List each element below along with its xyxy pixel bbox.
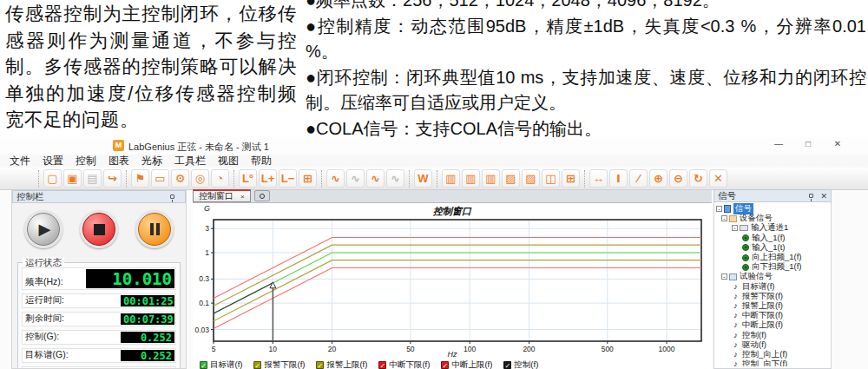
stop-button[interactable] xyxy=(82,213,115,246)
field-label: 频率(Hz): xyxy=(25,276,63,288)
new-file-icon[interactable]: ▢ xyxy=(43,169,62,188)
level-start-icon[interactable]: L° xyxy=(239,169,257,188)
tree-expander-icon[interactable]: - xyxy=(732,225,738,231)
pin-icon[interactable] xyxy=(809,194,813,198)
legend-item[interactable]: ✓报警下限(f) xyxy=(253,359,305,369)
lcd-value: 00:01:25 xyxy=(121,295,174,306)
legend-item[interactable]: ✓控制(f) xyxy=(503,359,538,369)
note-icon: ♪ xyxy=(732,341,740,349)
menu-item-文件[interactable]: 文件 xyxy=(3,154,36,168)
close-button[interactable]: ✕ xyxy=(832,139,844,148)
toolbar: ▢▣▤↪⚑▭⚙◎◔L°L+L−⊞∿∿∿∿W▥▥▥▨▨◫⊞↔Ⅰ∕⊕⊖↻✕ xyxy=(0,168,868,190)
device-icon xyxy=(729,215,737,222)
close-panel-icon[interactable]: ✕ xyxy=(820,192,827,201)
y-tick-label: 3 xyxy=(205,224,209,233)
report-icon[interactable]: ⚑ xyxy=(131,169,149,188)
stop-icon xyxy=(94,224,105,235)
legend-item[interactable]: ✓报警上限(f) xyxy=(316,359,367,369)
menu-item-视图[interactable]: 视图 xyxy=(212,154,245,168)
dot-icon xyxy=(742,244,749,251)
export-icon[interactable]: ↪ xyxy=(103,169,122,188)
waveform-icon-1[interactable]: ∿ xyxy=(326,169,345,188)
pin-icon[interactable] xyxy=(170,194,174,199)
legend-checkbox[interactable]: ✓ xyxy=(441,361,449,369)
signal-panel-title: 信号 xyxy=(718,190,736,202)
tree-item[interactable]: 向下扫频_1(f) xyxy=(716,262,831,272)
zoom-in-icon[interactable]: ⊕ xyxy=(649,169,667,188)
menu-item-控制[interactable]: 控制 xyxy=(69,154,102,168)
transport-buttons: ▶ xyxy=(12,203,186,252)
tree-item[interactable]: ♪控制_向下(f) xyxy=(716,359,831,366)
settings-gear-icon[interactable]: ⚙ xyxy=(171,169,189,188)
waveform-icon-3[interactable]: ∿ xyxy=(366,169,385,188)
word-report-icon[interactable]: W xyxy=(414,169,432,188)
legend-item[interactable]: ✓中断上限(f) xyxy=(441,359,492,369)
graph-mixed-icon-2[interactable]: ▨ xyxy=(522,169,540,188)
menu-item-设置[interactable]: 设置 xyxy=(36,154,69,168)
tree-root-item[interactable]: -信号 xyxy=(716,204,831,214)
menu-item-帮助[interactable]: 帮助 xyxy=(245,154,278,168)
legend-checkbox[interactable]: ✓ xyxy=(316,361,324,369)
signal-tree: -信号-设备信号-输入通道1输入_1(f)输入_1(t)向上扫频_1(f)向下扫… xyxy=(714,202,831,366)
minimize-button[interactable]: — xyxy=(773,139,785,148)
spec-bullet: ●COLA信号：支持COLA信号的输出。 xyxy=(306,116,866,138)
legend-checkbox[interactable]: ✓ xyxy=(200,361,207,369)
app-logo-icon: M xyxy=(113,140,124,151)
graph-bars-icon-1[interactable]: ▥ xyxy=(442,169,460,188)
restore-button[interactable]: □ xyxy=(802,139,814,148)
dot-icon xyxy=(742,254,749,261)
refresh-icon[interactable]: ↻ xyxy=(689,169,707,188)
window-title: LabGenius 正弦 - 未命名 - 测试 1 xyxy=(128,141,269,154)
screenshot-camera-icon[interactable] xyxy=(254,190,270,201)
menubar: 文件设置控制图表光标工具栏视图帮助 xyxy=(0,155,868,168)
control-loop-icon[interactable]: ◎ xyxy=(191,169,209,188)
legend-item[interactable]: ✓目标谱(f) xyxy=(200,359,242,369)
pause-button[interactable] xyxy=(138,213,171,246)
level-up-icon[interactable]: L+ xyxy=(259,169,277,188)
tree-item[interactable]: ♪中断上限(f) xyxy=(716,320,831,330)
toolbar-separator xyxy=(126,170,127,188)
zoom-out-icon[interactable]: ⊖ xyxy=(669,169,687,188)
menu-item-光标[interactable]: 光标 xyxy=(135,154,168,168)
legend-checkbox[interactable]: ✓ xyxy=(253,361,261,369)
tree-expander-icon[interactable]: - xyxy=(721,273,727,280)
tree-item[interactable]: ♪控制(f) xyxy=(716,330,831,339)
lcd-value: 0.252 xyxy=(121,332,174,343)
toolbar-separator xyxy=(584,170,585,188)
tree-expander-icon[interactable]: - xyxy=(716,206,722,212)
cursor-vertical-icon[interactable]: Ⅰ xyxy=(609,169,628,188)
chart-plot[interactable]: 51020501002005001000310.30.10.03 xyxy=(193,212,712,358)
cursor-slope-icon[interactable]: ∕ xyxy=(629,169,648,188)
play-button[interactable]: ▶ xyxy=(27,213,60,246)
graph-bars-icon-3[interactable]: ▥ xyxy=(482,169,500,188)
save-icon[interactable]: ▣ xyxy=(63,169,82,188)
lcd-value: 0.252 xyxy=(121,350,174,361)
copy-window-icon[interactable]: ⊞ xyxy=(299,169,317,188)
legend-checkbox[interactable]: ✓ xyxy=(503,361,511,369)
menu-item-工具栏[interactable]: 工具栏 xyxy=(168,154,212,168)
legend-item[interactable]: ✓中断下限(f) xyxy=(378,359,430,369)
labgenius-window: M LabGenius 正弦 - 未命名 - 测试 1 —□✕ 文件设置控制图表… xyxy=(0,137,868,369)
control-bar-title: 控制栏 xyxy=(16,191,44,203)
tab-close-icon[interactable]: × xyxy=(240,193,245,201)
menu-item-图表[interactable]: 图表 xyxy=(102,154,135,168)
legend-label: 控制(f) xyxy=(514,359,538,369)
cursor-horizontal-icon[interactable]: ↔ xyxy=(589,169,608,188)
main-area: 控制栏 ▶ 运行状态 频率(Hz):10.010运行时间:00:01:25剩余时… xyxy=(0,190,868,369)
graph-mixed-icon-1[interactable]: ▨ xyxy=(502,169,520,188)
legend-checkbox[interactable]: ✓ xyxy=(378,361,386,369)
spec-bullet: ●控制精度：动态范围95dB，精度±1dB，失真度<0.3 %，分辨率0.01 … xyxy=(306,14,866,65)
tree-expander-icon[interactable]: - xyxy=(721,215,727,221)
clear-icon[interactable]: ✕ xyxy=(709,169,727,188)
control-bar-panel: 控制栏 ▶ 运行状态 频率(Hz):10.010运行时间:00:01:25剩余时… xyxy=(11,190,187,369)
y-tick-label: 1 xyxy=(205,248,209,257)
layout-grid-icon[interactable]: ⊞ xyxy=(562,169,580,188)
layout-cascade-icon[interactable]: ◫ xyxy=(542,169,560,188)
note-icon: ♪ xyxy=(732,351,740,359)
tab-control-window[interactable]: 控制窗口 × xyxy=(193,189,251,202)
graph-bars-icon-2[interactable]: ▥ xyxy=(462,169,480,188)
signal-panel: 信号 ✕ -信号-设备信号-输入通道1输入_1(f)输入_1(t)向上扫频_1(… xyxy=(713,190,832,369)
panel-icon[interactable]: ▭ xyxy=(151,169,169,188)
schedule-clock-icon[interactable]: ◔ xyxy=(211,169,229,188)
level-down-icon[interactable]: L− xyxy=(279,169,297,188)
